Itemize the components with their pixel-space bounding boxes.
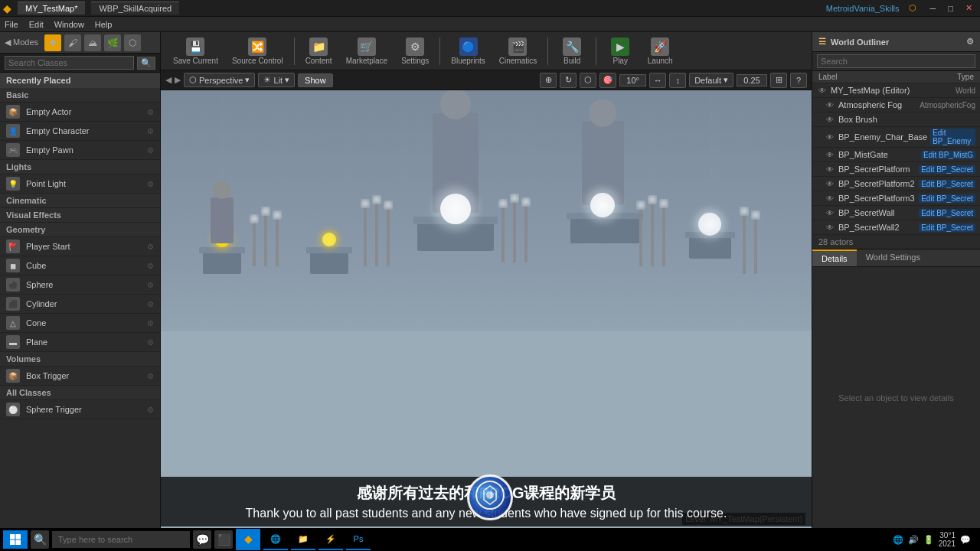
category-volumes[interactable]: Volumes — [0, 352, 160, 367]
mode-place[interactable]: ✚ — [44, 34, 61, 51]
taskbar-app-explorer[interactable]: 📁 — [291, 529, 315, 550]
outliner-row-bp-enemy[interactable]: 👁 BP_Enemy_Char_Base Edit BP_Enemy — [812, 127, 980, 148]
vis-icon-mist[interactable]: 👁 — [825, 149, 835, 160]
menu-edit[interactable]: Edit — [29, 20, 44, 29]
taskbar-time[interactable]: 30°1 2021 — [939, 531, 956, 548]
cylinder-settings[interactable]: ⚙ — [147, 300, 154, 308]
list-item-cone[interactable]: △ Cone ⚙ — [0, 314, 160, 333]
list-item-empty-actor[interactable]: 📦 Empty Actor ⚙ — [0, 103, 160, 122]
vis-icon-secretwall2[interactable]: 👁 — [825, 222, 835, 233]
empty-actor-settings[interactable]: ⚙ — [147, 108, 154, 116]
content-button[interactable]: 📁 Content — [299, 35, 338, 67]
list-item-box-trigger[interactable]: 📦 Box Trigger ⚙ — [0, 367, 160, 386]
player-start-settings[interactable]: ⚙ — [147, 243, 154, 251]
taskbar-app-vs[interactable]: ⚡ — [318, 529, 343, 550]
vp-arrow-left[interactable]: ◀ — [165, 75, 172, 85]
show-button[interactable]: Show — [298, 73, 333, 87]
settings-button[interactable]: ⚙ Settings — [395, 35, 435, 67]
cube-settings[interactable]: ⚙ — [147, 262, 154, 270]
list-item-point-light[interactable]: 💡 Point Light ⚙ — [0, 174, 160, 194]
list-item-empty-pawn[interactable]: 🎮 Empty Pawn ⚙ — [0, 141, 160, 160]
taskbar-search-input[interactable] — [52, 531, 190, 548]
tab-testmap[interactable]: MY_TestMap* — [18, 2, 85, 15]
outliner-row-atm-fog[interactable]: 👁 Atmospheric Fog AtmosphericFog — [812, 98, 980, 112]
outliner-row-bp-secretwall2[interactable]: 👁 BP_SecretWall2 Edit BP_Secret — [812, 220, 980, 235]
taskbar-volume-icon[interactable]: 🔊 — [908, 535, 919, 545]
taskbar-task-view-icon[interactable]: ⬛ — [214, 530, 233, 549]
minimize-btn[interactable]: ─ — [926, 4, 941, 13]
vp-icon-1[interactable]: ⊕ — [540, 73, 557, 88]
category-visual-effects[interactable]: Visual Effects — [0, 208, 160, 223]
vp-arrow-right[interactable]: ▶ — [175, 75, 181, 85]
list-item-cube[interactable]: ◼ Cube ⚙ — [0, 256, 160, 276]
default-dropdown[interactable]: Default ▾ — [689, 73, 733, 87]
outliner-row-bp-mistgate[interactable]: 👁 BP_MistGate Edit BP_Mist​G — [812, 148, 980, 162]
menu-file[interactable]: File — [5, 20, 18, 29]
vp-icon-8[interactable]: ? — [790, 73, 807, 88]
list-item-sphere-trigger[interactable]: ⚪ Sphere Trigger ⚙ — [0, 400, 160, 419]
outliner-search-input[interactable] — [817, 54, 975, 68]
outliner-row-bp-secret1[interactable]: 👁 BP_SecretPlatform Edit BP_Secret — [812, 162, 980, 177]
menu-window[interactable]: Window — [54, 20, 84, 29]
box-trigger-settings[interactable]: ⚙ — [147, 372, 154, 380]
outliner-row-bp-secret2[interactable]: 👁 BP_SecretPlatform2 Edit BP_Secret — [812, 177, 980, 191]
taskbar-network-icon[interactable]: 🌐 — [893, 535, 903, 545]
maximize-btn[interactable]: □ — [943, 4, 958, 13]
vp-icon-2[interactable]: ↻ — [560, 73, 577, 88]
search-classes-button[interactable]: 🔍 — [137, 57, 155, 70]
vis-icon-box[interactable]: 👁 — [825, 114, 835, 125]
category-all-classes[interactable]: All Classes — [0, 386, 160, 400]
mode-geometry[interactable]: ⬡ — [124, 34, 141, 51]
viewport[interactable]: Level: MY_TestMap(Persistent) — [161, 90, 812, 528]
search-classes-input[interactable] — [5, 56, 134, 70]
save-current-button[interactable]: 💾 Save Current — [167, 35, 224, 67]
category-basic[interactable]: Basic — [0, 88, 160, 103]
point-light-settings[interactable]: ⚙ — [147, 180, 154, 188]
vp-icon-4[interactable]: 🎯 — [599, 73, 616, 88]
vp-icon-5[interactable]: ↔ — [649, 73, 666, 88]
outliner-row-bp-secret3[interactable]: 👁 BP_SecretPlatform3 Edit BP_Secret — [812, 191, 980, 206]
scale-input[interactable]: 0.25 — [737, 74, 767, 86]
taskbar-cortana-icon[interactable]: 💬 — [193, 530, 211, 549]
vis-icon-testmap[interactable]: 👁 — [817, 85, 828, 96]
outliner-row-testmap[interactable]: 👁 MY_TestMap (Editor) World — [812, 83, 980, 98]
perspective-dropdown[interactable]: ⬡ Perspective ▾ — [184, 73, 255, 87]
vis-icon-secret1[interactable]: 👁 — [825, 164, 835, 174]
vp-icon-3[interactable]: ⬡ — [580, 73, 596, 88]
play-button[interactable]: ▶ Play — [601, 35, 639, 67]
taskbar-battery-icon[interactable]: 🔋 — [923, 535, 934, 545]
vp-icon-6[interactable]: ↕ — [669, 73, 686, 88]
list-item-empty-character[interactable]: 👤 Empty Character ⚙ — [0, 122, 160, 141]
cinematics-button[interactable]: 🎬 Cinematics — [493, 35, 543, 67]
taskbar-app-photoshop[interactable]: Ps — [346, 529, 371, 550]
vp-icon-7[interactable]: ⊞ — [770, 73, 787, 88]
list-item-sphere[interactable]: ⚫ Sphere ⚙ — [0, 276, 160, 295]
grid-value-input[interactable]: 10° — [619, 74, 646, 86]
close-btn[interactable]: ✕ — [961, 3, 977, 13]
vis-icon-atm[interactable]: 👁 — [825, 99, 835, 110]
start-button[interactable] — [3, 530, 28, 549]
cone-settings[interactable]: ⚙ — [147, 319, 154, 328]
marketplace-button[interactable]: 🛒 Marketplace — [340, 35, 394, 67]
mode-paint[interactable]: 🖌 — [64, 34, 81, 51]
build-button[interactable]: 🔧 Build — [553, 35, 591, 67]
lit-dropdown[interactable]: ☀ Lit ▾ — [258, 73, 295, 87]
category-cinematic[interactable]: Cinematic — [0, 194, 160, 208]
outliner-settings-icon[interactable]: ⚙ — [966, 37, 974, 47]
mode-landscape[interactable]: ⛰ — [84, 34, 101, 51]
launch-button[interactable]: 🚀 Launch — [641, 35, 679, 67]
sphere-settings[interactable]: ⚙ — [147, 281, 154, 289]
vis-icon-secret3[interactable]: 👁 — [825, 193, 835, 204]
empty-character-settings[interactable]: ⚙ — [147, 127, 154, 135]
source-control-button[interactable]: 🔀 Source Control — [226, 35, 289, 67]
blueprints-button[interactable]: 🔵 Blueprints — [445, 35, 491, 67]
taskbar-app-ue4[interactable]: ◆ — [236, 529, 260, 550]
outliner-row-box-brush[interactable]: 👁 Box Brush — [812, 112, 980, 127]
vis-icon-secretwall[interactable]: 👁 — [825, 207, 835, 218]
plane-settings[interactable]: ⚙ — [147, 338, 154, 347]
tab-skillacquired[interactable]: WBP_SkillAcquired — [91, 2, 179, 15]
empty-pawn-settings[interactable]: ⚙ — [147, 146, 154, 155]
category-lights[interactable]: Lights — [0, 160, 160, 174]
tab-world-settings[interactable]: World Settings — [857, 249, 929, 266]
tab-details[interactable]: Details — [812, 249, 857, 266]
